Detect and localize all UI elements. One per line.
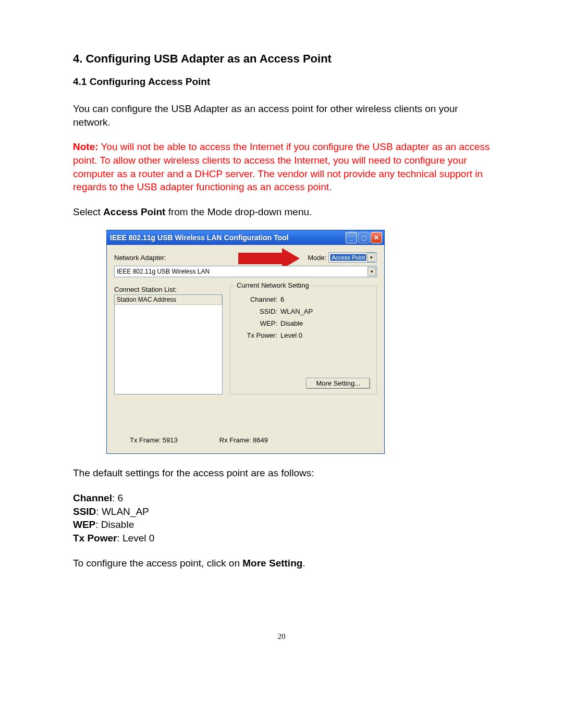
xp-window: IEEE 802.11g USB Wireless LAN Configurat… — [106, 230, 385, 454]
mode-value: Access Point — [330, 254, 366, 261]
chevron-down-icon[interactable]: ▾ — [367, 253, 375, 262]
minimize-icon[interactable]: _ — [346, 232, 357, 243]
ssid-value: WLAN_AP — [280, 307, 313, 315]
station-list-header: Station MAC Address — [115, 295, 222, 305]
note-label: Note: — [73, 141, 99, 152]
mode-select[interactable]: Access Point ▾ — [328, 252, 377, 263]
adapter-value: IEEE 802.11g USB Wireless LAN — [117, 268, 210, 275]
txpower-value: Level 0 — [280, 331, 302, 339]
frame-counters: Tx Frame: 5913 Rx Frame: 8649 — [130, 436, 377, 444]
close-icon[interactable]: ✕ — [371, 232, 382, 243]
select-instruction: Select Access Point from the Mode drop-d… — [73, 205, 490, 219]
defaults-list: Channel: 6 SSID: WLAN_AP WEP: Disable Tx… — [73, 491, 490, 545]
intro-paragraph: You can configure the USB Adapter as an … — [73, 102, 490, 129]
section-heading: 4. Configuring USB Adapter as an Access … — [73, 52, 490, 66]
fieldset-legend: Current Network Setting — [235, 281, 311, 289]
select-pre: Select — [73, 206, 103, 217]
current-network-fieldset: Current Network Setting Channel:6 SSID:W… — [230, 286, 377, 394]
client-area: Network Adapter: Mode: Access Point ▾ IE… — [107, 245, 384, 453]
ssid-label: SSID: — [240, 307, 277, 315]
note-text: You will not be able to access the Inter… — [73, 141, 490, 192]
select-post: from the Mode drop-down menu. — [165, 206, 312, 217]
window-title: IEEE 802.11g USB Wireless LAN Configurat… — [110, 233, 345, 242]
default-channel-v: : 6 — [112, 492, 123, 503]
default-wep-v: : Disable — [95, 519, 134, 530]
txframe-label: Tx Frame: — [130, 436, 161, 444]
adapter-label: Network Adapter: — [114, 254, 166, 262]
subsection-heading: 4.1 Configuring Access Point — [73, 76, 490, 88]
configure-instruction: To configure the access point, click on … — [73, 557, 490, 570]
default-txp-k: Tx Power — [73, 533, 117, 544]
wep-label: WEP: — [240, 319, 277, 327]
wep-value: Disable — [280, 319, 303, 327]
txframe-value: 5913 — [163, 436, 178, 444]
top-row: Network Adapter: Mode: Access Point ▾ — [114, 252, 377, 263]
note-paragraph: Note: You will not be able to access the… — [73, 140, 490, 194]
screenshot: IEEE 802.11g USB Wireless LAN Configurat… — [106, 230, 385, 454]
configure-pre: To configure the access point, click on — [73, 558, 242, 569]
select-bold: Access Point — [103, 206, 165, 217]
rxframe-label: Rx Frame: — [219, 436, 251, 444]
chevron-down-icon[interactable]: ▾ — [368, 267, 376, 276]
station-list-label: Connect Station List: — [114, 286, 223, 293]
mode-label: Mode: — [308, 254, 326, 262]
titlebar: IEEE 802.11g USB Wireless LAN Configurat… — [107, 230, 384, 245]
default-ssid-v: : WLAN_AP — [96, 506, 149, 517]
station-listbox[interactable]: Station MAC Address — [114, 294, 223, 394]
rxframe-value: 8649 — [253, 436, 268, 444]
default-ssid-k: SSID — [73, 506, 96, 517]
arrow-callout-icon — [238, 251, 306, 266]
configure-post: . — [302, 558, 305, 569]
txpower-label: Tx Power: — [240, 331, 277, 339]
more-setting-button[interactable]: More Setting... — [306, 378, 370, 389]
adapter-select[interactable]: IEEE 802.11g USB Wireless LAN ▾ — [114, 266, 377, 277]
default-txp-v: : Level 0 — [117, 533, 154, 544]
page-number: 20 — [73, 632, 490, 641]
default-wep-k: WEP — [73, 519, 95, 530]
channel-value: 6 — [280, 295, 284, 303]
default-channel-k: Channel — [73, 492, 112, 503]
defaults-intro: The default settings for the access poin… — [73, 466, 490, 480]
maximize-icon[interactable]: ▢ — [358, 232, 370, 243]
channel-label: Channel: — [240, 295, 277, 303]
configure-bold: More Setting — [242, 558, 302, 569]
